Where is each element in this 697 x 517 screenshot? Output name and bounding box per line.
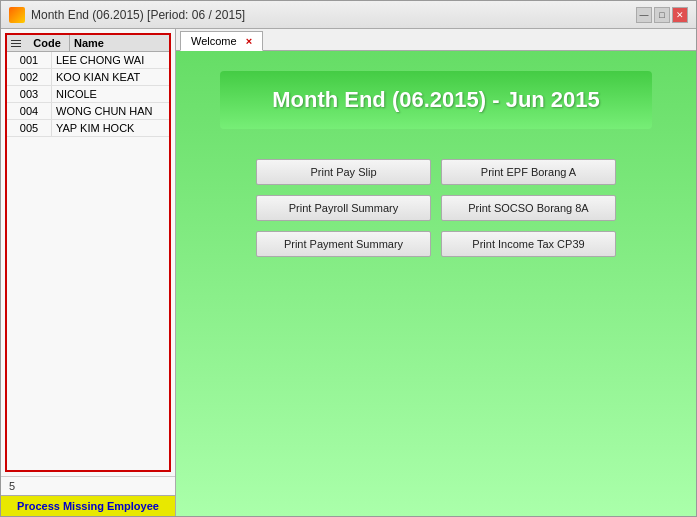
title-controls: — □ ✕ <box>636 7 688 23</box>
app-icon <box>9 7 25 23</box>
tab-close-icon[interactable]: × <box>246 35 252 47</box>
main-window: Month End (06.2015) [Period: 06 / 2015] … <box>0 0 697 517</box>
content-area: Code Name 001 LEE CHONG WAI 002 KOO KIAN… <box>1 29 696 516</box>
window-title: Month End (06.2015) [Period: 06 / 2015] <box>31 8 245 22</box>
employee-table: Code Name 001 LEE CHONG WAI 002 KOO KIAN… <box>5 33 171 472</box>
table-row[interactable]: 004 WONG CHUN HAN <box>7 103 169 120</box>
employee-code: 001 <box>7 52 52 68</box>
menu-icon[interactable] <box>7 35 25 51</box>
print-socso-borang-8a-button[interactable]: Print SOCSO Borang 8A <box>441 195 616 221</box>
table-header: Code Name <box>7 35 169 52</box>
print-payroll-summary-button[interactable]: Print Payroll Summary <box>256 195 431 221</box>
employee-name: KOO KIAN KEAT <box>52 69 169 85</box>
print-payment-summary-button[interactable]: Print Payment Summary <box>256 231 431 257</box>
print-income-tax-cp39-button[interactable]: Print Income Tax CP39 <box>441 231 616 257</box>
employee-code: 002 <box>7 69 52 85</box>
employee-code: 003 <box>7 86 52 102</box>
table-row[interactable]: 005 YAP KIM HOCK <box>7 120 169 137</box>
left-panel: Code Name 001 LEE CHONG WAI 002 KOO KIAN… <box>1 29 176 516</box>
right-panel: Welcome × Month End (06.2015) - Jun 2015… <box>176 29 696 516</box>
employee-count: 5 <box>1 476 175 495</box>
col-name-header: Name <box>70 35 169 51</box>
title-bar: Month End (06.2015) [Period: 06 / 2015] … <box>1 1 696 29</box>
employee-name: LEE CHONG WAI <box>52 52 169 68</box>
print-epf-borang-a-button[interactable]: Print EPF Borang A <box>441 159 616 185</box>
tab-welcome-label: Welcome <box>191 35 237 47</box>
employee-code: 005 <box>7 120 52 136</box>
minimize-button[interactable]: — <box>636 7 652 23</box>
tab-welcome[interactable]: Welcome × <box>180 31 263 51</box>
print-pay-slip-button[interactable]: Print Pay Slip <box>256 159 431 185</box>
employee-name: NICOLE <box>52 86 169 102</box>
title-bar-left: Month End (06.2015) [Period: 06 / 2015] <box>9 7 245 23</box>
employee-name: WONG CHUN HAN <box>52 103 169 119</box>
table-row[interactable]: 001 LEE CHONG WAI <box>7 52 169 69</box>
action-button-grid: Print Pay SlipPrint EPF Borang APrint Pa… <box>256 159 616 257</box>
maximize-button[interactable]: □ <box>654 7 670 23</box>
employee-code: 004 <box>7 103 52 119</box>
tab-bar: Welcome × <box>176 29 696 51</box>
col-code-header: Code <box>25 35 70 51</box>
table-row[interactable]: 003 NICOLE <box>7 86 169 103</box>
table-body: 001 LEE CHONG WAI 002 KOO KIAN KEAT 003 … <box>7 52 169 137</box>
employee-name: YAP KIM HOCK <box>52 120 169 136</box>
month-end-title: Month End (06.2015) - Jun 2015 <box>220 71 652 129</box>
process-missing-employee-button[interactable]: Process Missing Employee <box>1 495 175 516</box>
table-row[interactable]: 002 KOO KIAN KEAT <box>7 69 169 86</box>
main-content: Month End (06.2015) - Jun 2015 Print Pay… <box>176 51 696 516</box>
close-button[interactable]: ✕ <box>672 7 688 23</box>
